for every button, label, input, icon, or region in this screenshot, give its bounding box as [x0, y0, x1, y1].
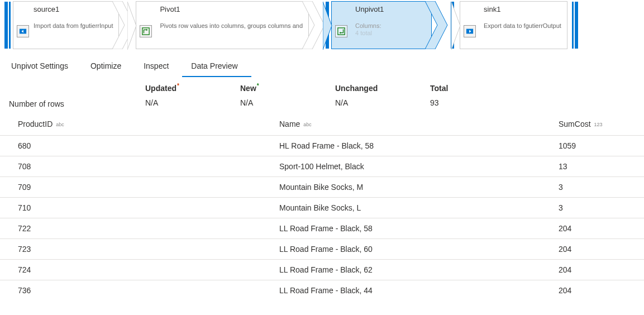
cell-productid: 708	[0, 162, 279, 171]
tab-unpivot-settings[interactable]: Unpivot Settings	[2, 57, 82, 77]
cell-productid: 724	[0, 265, 279, 274]
node-title: Pivot1	[160, 5, 303, 13]
stats-head-total: Total	[430, 84, 519, 93]
cell-sumcost: 204	[559, 286, 644, 295]
table-row[interactable]: 724LL Road Frame - Black, 62204	[0, 259, 644, 280]
cell-sumcost: 204	[559, 224, 644, 233]
table-row[interactable]: 708Sport-100 Helmet, Black13	[0, 156, 644, 176]
cell-name: LL Road Frame - Black, 44	[279, 286, 559, 295]
pivot-icon	[140, 25, 152, 37]
node-title: Unpivot1	[355, 5, 426, 13]
flow-node-pivot1[interactable]: Pivot1 Pivots row values into columns, g…	[136, 1, 326, 49]
node-tail-in	[323, 2, 333, 50]
stats-val-unchanged: N/A	[335, 98, 430, 107]
node-handle[interactable]	[575, 2, 578, 49]
data-preview-table: ProductIDabc Nameabc SumCost123 680HL Ro…	[0, 114, 644, 300]
tab-inspect[interactable]: Inspect	[135, 57, 182, 77]
cell-productid: 710	[0, 203, 279, 212]
col-header-name[interactable]: Name	[279, 120, 300, 128]
cell-productid: 709	[0, 183, 279, 192]
node-desc: Pivots row values into columns, groups c…	[160, 22, 303, 30]
type-badge: abc	[56, 122, 64, 127]
node-desc: Export data to fgutierrOutput	[484, 22, 561, 30]
node-title: source1	[34, 5, 113, 13]
cell-sumcost: 204	[559, 245, 644, 254]
cell-productid: 680	[0, 141, 279, 150]
node-desc: Import data from fgutierrInput	[34, 22, 113, 30]
tab-data-preview[interactable]: Data Preview	[182, 57, 251, 77]
table-row[interactable]: 736LL Road Frame - Black, 44204	[0, 280, 644, 300]
node-title: sink1	[484, 5, 561, 13]
table-row[interactable]: 723LL Road Frame - Black, 60204	[0, 238, 644, 259]
cell-name: Sport-100 Helmet, Black	[279, 162, 559, 171]
table-row[interactable]: 680HL Road Frame - Black, 581059	[0, 135, 644, 156]
node-handle[interactable]	[572, 2, 574, 49]
type-badge: 123	[594, 122, 603, 127]
stats-val-total: 93	[430, 98, 519, 107]
cell-sumcost: 3	[559, 203, 644, 212]
node-handle[interactable]	[9, 2, 11, 49]
source-icon	[17, 25, 29, 37]
cell-name: HL Road Frame - Black, 58	[279, 141, 559, 150]
node-tail-in	[127, 2, 137, 50]
sink-icon	[464, 25, 476, 37]
cell-sumcost: 13	[559, 162, 644, 171]
node-desc2: 4 total	[355, 30, 426, 37]
cell-sumcost: 204	[559, 265, 644, 274]
node-desc: Columns:	[355, 22, 426, 30]
cell-name: Mountain Bike Socks, L	[279, 203, 559, 212]
cell-name: LL Road Frame - Black, 60	[279, 245, 559, 254]
table-header-row: ProductIDabc Nameabc SumCost123	[0, 114, 644, 135]
node-handle[interactable]	[4, 2, 8, 49]
cell-productid: 723	[0, 245, 279, 254]
dataflow-canvas[interactable]: source1 Import data from fgutierrInput P…	[0, 0, 644, 51]
cell-name: Mountain Bike Socks, M	[279, 183, 559, 192]
table-row[interactable]: 722LL Road Frame - Black, 58204	[0, 218, 644, 238]
table-row[interactable]: 709Mountain Bike Socks, M3	[0, 176, 644, 197]
unpivot-icon	[335, 25, 347, 37]
svg-rect-1	[142, 28, 149, 35]
type-badge: abc	[303, 122, 312, 127]
svg-rect-2	[338, 28, 345, 35]
col-header-sumcost[interactable]: SumCost	[559, 120, 591, 128]
cell-sumcost: 3	[559, 183, 644, 192]
stats-head-new: New*	[240, 84, 335, 93]
tab-optimize[interactable]: Optimize	[82, 57, 135, 77]
cell-productid: 722	[0, 224, 279, 233]
flow-connector	[432, 1, 449, 49]
flow-node-source1[interactable]: source1 Import data from fgutierrInput	[4, 1, 136, 49]
cell-productid: 736	[0, 286, 279, 295]
stats-val-updated: N/A	[145, 98, 240, 107]
stats-val-new: N/A	[240, 98, 335, 107]
flow-node-sink1[interactable]: sink1 Export data to fgutierrOutput	[460, 1, 580, 49]
stats-head-updated: Updated*	[145, 84, 240, 93]
stats-bar: Number of rows Updated* N/A New* N/A Unc…	[0, 77, 644, 114]
cell-sumcost: 1059	[559, 141, 644, 150]
tabs: Unpivot Settings Optimize Inspect Data P…	[0, 57, 644, 77]
stats-head-unchanged: Unchanged	[335, 84, 430, 93]
col-header-productid[interactable]: ProductID	[18, 120, 53, 128]
stats-row-label: Number of rows	[0, 84, 145, 108]
node-tail-in	[451, 2, 461, 50]
flow-node-unpivot1[interactable]: Unpivot1 Columns: 4 total	[326, 1, 456, 49]
table-row[interactable]: 710Mountain Bike Socks, L3	[0, 197, 644, 218]
cell-name: LL Road Frame - Black, 62	[279, 265, 559, 274]
cell-name: LL Road Frame - Black, 58	[279, 224, 559, 233]
